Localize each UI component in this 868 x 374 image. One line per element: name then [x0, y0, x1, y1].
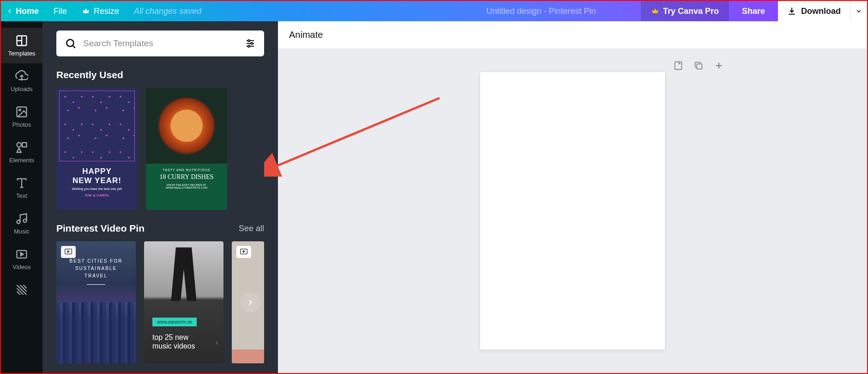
svg-point-11 [17, 221, 20, 224]
nav-templates[interactable]: Templates [1, 28, 42, 63]
search-icon [65, 37, 77, 49]
home-button[interactable]: Home [6, 6, 39, 16]
annotation-arrow [264, 93, 449, 177]
see-all-link[interactable]: See all [239, 224, 264, 233]
side-nav: Templates Uploads Photos Elements Text M… [1, 21, 42, 373]
download-button[interactable]: Download [778, 1, 850, 21]
svg-point-15 [66, 39, 73, 46]
top-bar: Home File Resize All changes saved Untit… [1, 1, 867, 21]
pinterest-video-header: Pinterest Video Pin See all [56, 223, 264, 234]
template-sustainable-travel[interactable]: BEST CITIES FORSUSTAINABLETRAVEL [56, 241, 136, 363]
nav-text-label: Text [16, 192, 27, 199]
nav-uploads-label: Uploads [11, 86, 33, 92]
texture-icon [15, 283, 28, 296]
notes-icon[interactable] [673, 61, 683, 73]
filter-icon[interactable] [245, 38, 256, 49]
nav-videos[interactable]: Videos [1, 241, 42, 277]
pinterest-video-label: Pinterest Video Pin [56, 223, 145, 234]
canvas-area: Animate [278, 21, 867, 373]
try-pro-button[interactable]: Try Canva Pro [641, 1, 729, 21]
svg-point-5 [19, 109, 21, 111]
svg-rect-7 [22, 143, 26, 147]
svg-rect-28 [697, 64, 702, 69]
nav-elements-label: Elements [9, 157, 34, 164]
template-curry-dishes[interactable]: TASTY AND NUTRITIOUS 18 CURRY DISHES FRO… [146, 88, 227, 210]
svg-marker-14 [21, 253, 24, 256]
templates-panel: Recently Used HAPPYNEW YEAR! Wishing you… [42, 21, 278, 373]
resize-label: Resize [94, 6, 119, 16]
nav-videos-label: Videos [12, 264, 31, 270]
videos-icon [15, 248, 28, 261]
try-pro-label: Try Canva Pro [663, 6, 719, 16]
nav-elements[interactable]: Elements [1, 135, 42, 170]
page-controls [673, 61, 724, 73]
search-box[interactable] [56, 31, 264, 56]
nav-more[interactable] [1, 277, 42, 303]
nav-templates-label: Templates [8, 50, 35, 57]
recently-used-header: Recently Used [56, 69, 264, 80]
svg-marker-8 [17, 148, 21, 152]
design-canvas[interactable] [480, 72, 665, 349]
video-badge-icon [236, 246, 251, 258]
templates-icon [15, 34, 28, 47]
download-icon [787, 6, 796, 16]
recently-used-label: Recently Used [56, 69, 123, 80]
next-templates-button[interactable] [240, 292, 260, 313]
video-badge-icon [61, 246, 76, 258]
nav-text[interactable]: Text [1, 170, 42, 206]
music-icon [15, 212, 28, 225]
svg-point-6 [17, 143, 21, 147]
animate-button[interactable]: Animate [278, 21, 867, 49]
document-title[interactable]: Untitled design - Pinterest Pin [441, 6, 641, 16]
svg-marker-26 [243, 251, 245, 252]
add-page-icon[interactable] [714, 61, 724, 73]
share-button[interactable]: Share [729, 1, 778, 21]
download-label: Download [801, 6, 841, 16]
text-icon [15, 177, 28, 190]
duplicate-page-icon[interactable] [693, 61, 704, 73]
nav-uploads[interactable]: Uploads [1, 63, 42, 99]
svg-point-18 [248, 40, 250, 42]
nav-photos-label: Photos [12, 121, 31, 128]
save-status: All changes saved [134, 6, 201, 16]
home-label: Home [16, 6, 39, 16]
nav-music[interactable]: Music [1, 206, 42, 241]
svg-point-12 [24, 219, 27, 222]
chevron-down-icon [855, 7, 862, 15]
nav-photos[interactable]: Photos [1, 99, 42, 135]
svg-point-20 [251, 43, 253, 44]
svg-line-32 [273, 98, 440, 167]
template-music-videos[interactable]: www.earworm.se top 25 newmusic videos › [144, 241, 223, 363]
chevron-right-icon [246, 298, 255, 307]
svg-point-22 [248, 45, 250, 47]
file-menu[interactable]: File [54, 6, 67, 16]
photos-icon [15, 105, 28, 118]
svg-rect-27 [675, 62, 682, 70]
elements-icon [15, 141, 28, 154]
nav-music-label: Music [14, 228, 30, 235]
search-input[interactable] [83, 38, 238, 49]
svg-line-16 [73, 46, 75, 48]
resize-button[interactable]: Resize [82, 6, 119, 16]
crown-icon [651, 7, 659, 15]
uploads-icon [15, 70, 28, 83]
chevron-left-icon [6, 8, 13, 14]
download-dropdown[interactable] [850, 1, 867, 21]
template-happy-new-year[interactable]: HAPPYNEW YEAR! Wishing you have the best… [56, 88, 138, 210]
crown-icon [82, 7, 90, 15]
svg-marker-24 [68, 251, 69, 252]
